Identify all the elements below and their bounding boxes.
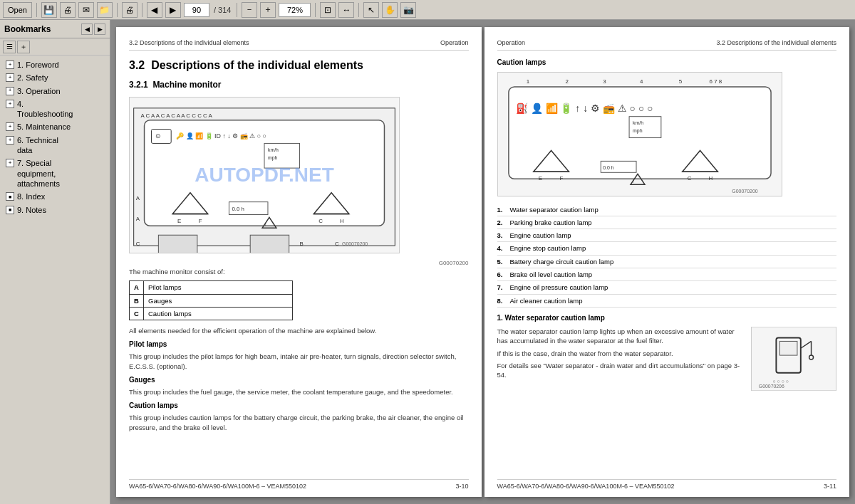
email-icon-btn[interactable]: ✉ bbox=[78, 2, 94, 18]
bookmark-foreword[interactable]: + 1. Foreword bbox=[0, 58, 110, 71]
print-icon-btn[interactable]: 🖨 bbox=[60, 2, 76, 18]
right-page-footer: WA65-6/WA70-6/WA80-6/WA90-6/WA100M-6 – V… bbox=[497, 479, 837, 491]
svg-text:G00070200: G00070200 bbox=[732, 189, 757, 194]
expand-icon[interactable]: ■ bbox=[6, 192, 14, 201]
left-page: 3.2 Descriptions of the individual eleme… bbox=[116, 27, 482, 497]
pilot-lamps-text: This group includes the pilot lamps for … bbox=[129, 352, 469, 371]
left-page-footer: WA65-6/WA70-6/WA80-6/WA90-6/WA100M-6 – V… bbox=[129, 479, 469, 491]
svg-text:H: H bbox=[340, 218, 344, 224]
next-page-btn[interactable]: ▶ bbox=[165, 2, 181, 18]
bookmark-technical[interactable]: + 6. Technicaldata bbox=[0, 134, 110, 157]
caution-lamps-text: This group includes caution lamps for th… bbox=[129, 413, 469, 432]
svg-text:H: H bbox=[708, 175, 712, 182]
footer-right: 3-10 bbox=[455, 482, 468, 491]
caution-lamps-title-left: Caution lamps bbox=[129, 401, 469, 411]
sidebar-expand-btn[interactable]: ▶ bbox=[94, 23, 105, 35]
list-item-6: 6. Brake oil level caution lamp bbox=[497, 268, 837, 281]
bookmark-index[interactable]: ■ 8. Index bbox=[0, 190, 110, 203]
subsection-title: 3.2.1 Machine monitor bbox=[129, 79, 469, 91]
save-icon-btn[interactable]: 💾 bbox=[41, 2, 57, 18]
bookmark-label: 8. Index bbox=[17, 191, 107, 201]
list-item-3: 3. Engine caution lamp bbox=[497, 229, 837, 242]
svg-text:C: C bbox=[335, 241, 339, 247]
ws-desc3: For details see "Water separator - drain… bbox=[497, 361, 745, 380]
caution-lamps-right-title: Caution lamps bbox=[497, 58, 837, 68]
bookmark-label: 1. Foreword bbox=[17, 60, 107, 70]
folder-icon-btn[interactable]: 📁 bbox=[97, 2, 113, 18]
expand-icon[interactable]: + bbox=[6, 136, 14, 145]
gauges-title: Gauges bbox=[129, 375, 469, 385]
svg-rect-28 bbox=[250, 235, 289, 253]
svg-text:0.0  h: 0.0 h bbox=[232, 205, 244, 211]
list-item-7: 7. Engine oil pressure caution lamp bbox=[497, 281, 837, 294]
header-left: 3.2 Descriptions of the individual eleme… bbox=[129, 38, 249, 48]
table-row: B Gauges bbox=[130, 294, 293, 307]
svg-text:A: A bbox=[136, 216, 140, 222]
toolbar: Open 💾 🖨 ✉ 📁 🖨 ◀ ▶ 90 / 314 － ＋ 72% ⊡ ↔ … bbox=[0, 0, 855, 20]
zoom-out-btn[interactable]: － bbox=[242, 2, 257, 18]
bookmark-label: 4.Troubleshooting bbox=[17, 99, 73, 120]
list-item-5: 5. Battery charge circuit caution lamp bbox=[497, 256, 837, 268]
separator-5 bbox=[315, 3, 316, 17]
main-area: Bookmarks ◀ ▶ ☰ ＋ + 1. Foreword + 2. Saf… bbox=[0, 20, 855, 504]
page-total: / 314 bbox=[212, 6, 232, 14]
separator-4 bbox=[237, 3, 237, 17]
ws-text-block: The water separator caution lamp lights … bbox=[497, 327, 745, 391]
bookmark-label: 5. Maintenance bbox=[17, 122, 107, 132]
bookmark-special[interactable]: + 7. Specialequipment,attachments bbox=[0, 157, 110, 190]
fit-width-btn[interactable]: ↔ bbox=[338, 2, 354, 18]
list-label: Air cleaner caution lamp bbox=[510, 296, 583, 305]
sidebar: Bookmarks ◀ ▶ ☰ ＋ + 1. Foreword + 2. Saf… bbox=[0, 20, 110, 504]
zoom-input[interactable]: 72% bbox=[279, 3, 311, 17]
list-label: Parking brake caution lamp bbox=[510, 218, 592, 227]
table-cell-label: Pilot lamps bbox=[144, 281, 293, 294]
separator-2 bbox=[117, 3, 118, 17]
expand-icon[interactable]: + bbox=[6, 87, 14, 95]
svg-text:mph: mph bbox=[633, 127, 643, 133]
document-area: 3.2 Descriptions of the individual eleme… bbox=[110, 20, 855, 504]
expand-icon[interactable]: + bbox=[6, 122, 14, 131]
footer-right: 3-11 bbox=[824, 482, 836, 491]
list-num: 1. bbox=[497, 205, 510, 214]
list-num: 5. bbox=[497, 257, 510, 266]
expand-icon[interactable]: + bbox=[6, 73, 14, 82]
svg-text:5: 5 bbox=[678, 78, 682, 85]
bookmark-operation[interactable]: + 3. Operation bbox=[0, 85, 110, 98]
left-page-header: 3.2 Descriptions of the individual eleme… bbox=[129, 38, 469, 51]
expand-icon[interactable]: ■ bbox=[6, 206, 14, 214]
sidebar-toolbar: ☰ ＋ bbox=[0, 38, 110, 56]
hand-btn[interactable]: ✋ bbox=[382, 2, 398, 18]
svg-text:A: A bbox=[136, 194, 140, 201]
sidebar-list-view-btn[interactable]: ☰ bbox=[3, 41, 16, 53]
fit-page-btn[interactable]: ⊡ bbox=[320, 2, 336, 18]
zoom-in-btn[interactable]: ＋ bbox=[260, 2, 276, 18]
list-label: Battery charge circuit caution lamp bbox=[510, 257, 614, 266]
svg-text:3: 3 bbox=[603, 78, 606, 85]
bookmarks-title: Bookmarks bbox=[4, 24, 51, 34]
bookmark-label: 7. Specialequipment,attachments bbox=[17, 158, 60, 189]
open-button[interactable]: Open bbox=[3, 2, 32, 18]
expand-icon[interactable]: + bbox=[6, 100, 14, 108]
separator-1 bbox=[36, 3, 37, 17]
bookmark-maintenance[interactable]: + 5. Maintenance bbox=[0, 120, 110, 133]
select-btn[interactable]: ↖ bbox=[363, 2, 379, 18]
prev-page-btn[interactable]: ◀ bbox=[147, 2, 162, 18]
machine-monitor-image: A C A A C A C A A C C C C A ⊙ 🔑 👤 📶 🔋 ID… bbox=[129, 97, 400, 253]
bookmark-notes[interactable]: ■ 9. Notes bbox=[0, 204, 110, 216]
sidebar-add-btn[interactable]: ＋ bbox=[17, 41, 30, 53]
right-page: Operation 3.2 Descriptions of the indivi… bbox=[484, 27, 850, 497]
page-number-input[interactable]: 90 bbox=[184, 3, 209, 17]
svg-rect-54 bbox=[752, 327, 836, 391]
ws-title: 1. Water separator caution lamp bbox=[497, 313, 837, 323]
bookmark-label: 3. Operation bbox=[17, 86, 107, 96]
bookmark-label: 6. Technicaldata bbox=[17, 135, 58, 156]
sidebar-collapse-btn[interactable]: ◀ bbox=[81, 23, 93, 35]
print2-icon-btn[interactable]: 🖨 bbox=[122, 2, 138, 18]
list-num: 4. bbox=[497, 243, 510, 253]
snapshot-btn[interactable]: 📷 bbox=[400, 2, 416, 18]
svg-text:2: 2 bbox=[565, 78, 569, 85]
expand-icon[interactable]: + bbox=[6, 61, 14, 69]
bookmark-safety[interactable]: + 2. Safety bbox=[0, 71, 110, 84]
expand-icon[interactable]: + bbox=[6, 159, 14, 167]
bookmark-troubleshooting[interactable]: + 4.Troubleshooting bbox=[0, 98, 110, 121]
